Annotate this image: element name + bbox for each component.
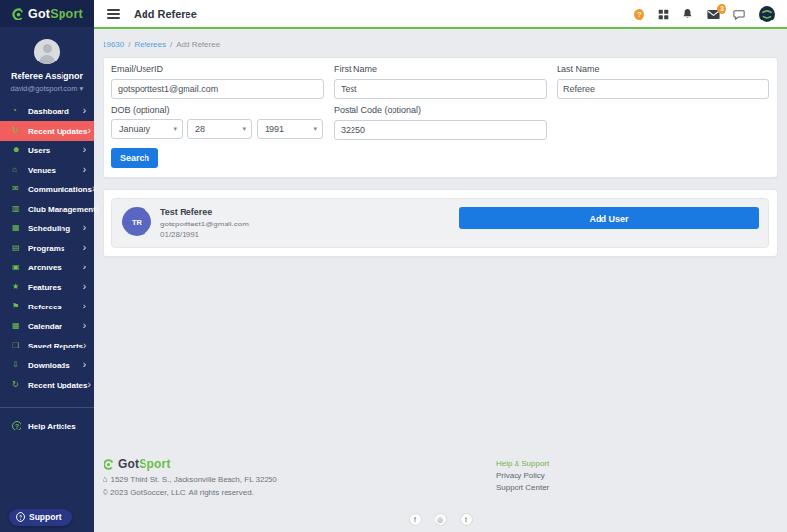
gotsport-logo-text: GotSport bbox=[28, 7, 83, 20]
footer: GotSport ⌂ 1529 Third St. S., Jacksonvil… bbox=[103, 449, 778, 532]
footer-address: ⌂ 1529 Third St. S., Jacksonville Beach,… bbox=[103, 474, 496, 484]
last-name-input[interactable] bbox=[557, 79, 769, 99]
apps-grid-icon[interactable] bbox=[658, 9, 669, 20]
sidebar-item-help-articles[interactable]: ? Help Articles bbox=[0, 416, 94, 435]
help-icon[interactable]: ? bbox=[634, 9, 644, 20]
dob-field-group: DOB (optional) January▾ 28▾ 1991▾ bbox=[111, 105, 324, 140]
email-field-group: Email/UserID bbox=[111, 64, 324, 99]
message-count-badge: 3 bbox=[717, 4, 726, 14]
recent-updates-icon: ↻ bbox=[12, 381, 23, 389]
page-title: Add Referee bbox=[134, 8, 197, 20]
breadcrumb-referees-link[interactable]: Referees bbox=[134, 40, 165, 49]
chevron-right-icon: › bbox=[96, 204, 99, 214]
chat-icon[interactable] bbox=[733, 9, 745, 20]
dob-year-select[interactable]: 1991▾ bbox=[257, 119, 323, 139]
sidebar-item-label: Features bbox=[28, 283, 61, 292]
sidebar-divider bbox=[0, 407, 94, 408]
account-avatar[interactable] bbox=[759, 6, 775, 22]
first-name-input[interactable] bbox=[334, 79, 547, 99]
chevron-right-icon: › bbox=[83, 341, 86, 350]
sidebar-item-saved-reports[interactable]: ❏Saved Reports› bbox=[0, 336, 94, 355]
user-email-dropdown[interactable]: david@gotsport.com ▾ bbox=[0, 84, 94, 93]
gotsport-logo-icon bbox=[11, 7, 25, 21]
user-name: Referee Assignor bbox=[0, 71, 94, 81]
support-question-icon: ? bbox=[16, 512, 25, 522]
breadcrumb-separator: / bbox=[170, 40, 172, 49]
footer-logo: GotSport bbox=[103, 457, 496, 471]
sidebar-item-label: Programs bbox=[28, 244, 64, 253]
help-articles-label: Help Articles bbox=[28, 422, 76, 430]
breadcrumb-current-page: Add Referee bbox=[176, 40, 220, 49]
dashboard-icon: ◔ bbox=[12, 107, 23, 115]
footer-link-support-center[interactable]: Support Center bbox=[496, 483, 778, 492]
sidebar-item-recent-updates[interactable]: ↻Recent Updates› bbox=[0, 121, 94, 141]
messages-envelope-icon[interactable]: 3 bbox=[707, 9, 720, 20]
footer-links: Help & SupportPrivacy PolicySupport Cent… bbox=[496, 449, 778, 497]
chevron-right-icon: › bbox=[83, 165, 86, 175]
help-circle-icon: ? bbox=[12, 421, 21, 430]
users-icon: ☻ bbox=[12, 146, 23, 154]
top-bar-icons: ? 3 bbox=[634, 6, 775, 22]
support-button[interactable]: ? Support bbox=[9, 509, 72, 526]
footer-link-help-support[interactable]: Help & Support bbox=[496, 459, 778, 468]
sidebar-item-dashboard[interactable]: ◔Dashboard› bbox=[0, 102, 94, 121]
breadcrumb-org-link[interactable]: 19630 bbox=[103, 40, 124, 49]
chevron-right-icon: › bbox=[83, 145, 86, 155]
sidebar-item-communications[interactable]: ✉Communications› bbox=[0, 180, 94, 199]
breadcrumb: 19630 / Referees / Add Referee bbox=[103, 40, 778, 49]
sidebar-item-label: Saved Reports bbox=[28, 342, 83, 350]
dob-day-select[interactable]: 28▾ bbox=[187, 119, 252, 139]
sidebar-item-scheduling[interactable]: ▦Scheduling› bbox=[0, 219, 94, 238]
instagram-icon[interactable]: ◎ bbox=[435, 513, 447, 526]
email-label: Email/UserID bbox=[111, 64, 324, 74]
dob-month-select[interactable]: January▾ bbox=[111, 119, 183, 139]
footer-copyright: © 2023 GotSoccer, LLC. All rights reserv… bbox=[103, 488, 496, 497]
postal-code-input[interactable] bbox=[334, 120, 547, 140]
sidebar-item-venues[interactable]: ⌂Venues› bbox=[0, 160, 94, 180]
first-name-field-group: First Name bbox=[334, 64, 547, 99]
sidebar-item-users[interactable]: ☻Users› bbox=[0, 141, 94, 160]
result-name: Test Referee bbox=[160, 207, 249, 217]
notifications-bell-icon[interactable] bbox=[683, 8, 693, 20]
search-result-card: TR Test Referee gotsporttest1@gmail.com … bbox=[103, 189, 778, 257]
result-email: gotsporttest1@gmail.com bbox=[160, 220, 249, 228]
archives-icon: ▣ bbox=[12, 264, 23, 271]
sidebar-item-label: Calendar bbox=[28, 322, 62, 331]
postal-code-field-group: Postal Code (optional) bbox=[334, 105, 547, 140]
sidebar-item-label: Recent Updates bbox=[28, 381, 87, 389]
sidebar-item-features[interactable]: ★Features› bbox=[0, 277, 94, 297]
first-name-label: First Name bbox=[334, 64, 547, 74]
postal-code-label: Postal Code (optional) bbox=[334, 105, 547, 115]
sidebar-item-label: Downloads bbox=[28, 361, 70, 370]
caret-down-icon: ▾ bbox=[308, 125, 317, 133]
caret-down-icon: ▾ bbox=[80, 84, 84, 93]
result-info: Test Referee gotsporttest1@gmail.com 01/… bbox=[160, 207, 249, 239]
sidebar-item-club-management[interactable]: ▥Club Management› bbox=[0, 199, 94, 219]
venues-icon: ⌂ bbox=[12, 166, 23, 174]
email-input[interactable] bbox=[111, 79, 324, 99]
hamburger-menu-icon[interactable] bbox=[107, 9, 120, 19]
downloads-icon: ⇩ bbox=[12, 361, 23, 369]
last-name-field-group: Last Name bbox=[557, 64, 769, 99]
gotsport-logo-icon bbox=[103, 458, 115, 471]
twitter-icon[interactable]: t bbox=[460, 513, 473, 526]
footer-link-privacy-policy[interactable]: Privacy Policy bbox=[496, 471, 778, 480]
sidebar-user-block: Referee Assignor david@gotsport.com ▾ bbox=[0, 27, 94, 93]
sidebar-item-label: Scheduling bbox=[28, 225, 70, 233]
sidebar-item-downloads[interactable]: ⇩Downloads› bbox=[0, 355, 94, 375]
sidebar-item-referees[interactable]: ⚑Referees› bbox=[0, 297, 94, 316]
club-management-icon: ▥ bbox=[12, 205, 23, 213]
facebook-icon[interactable]: f bbox=[409, 513, 422, 526]
search-button[interactable]: Search bbox=[111, 148, 158, 168]
chevron-right-icon: › bbox=[83, 243, 86, 253]
sidebar-item-label: Communications bbox=[28, 185, 92, 194]
sidebar-item-recent-updates[interactable]: ↻Recent Updates› bbox=[0, 375, 94, 394]
sidebar-item-programs[interactable]: ▤Programs› bbox=[0, 238, 94, 258]
sidebar-item-calendar[interactable]: ▦Calendar› bbox=[0, 316, 94, 336]
sidebar-item-label: Venues bbox=[28, 166, 56, 175]
sidebar-item-archives[interactable]: ▣Archives› bbox=[0, 258, 94, 277]
programs-icon: ▤ bbox=[12, 244, 23, 252]
footer-social: f◎t bbox=[103, 513, 778, 526]
add-user-button[interactable]: Add User bbox=[459, 207, 759, 229]
sidebar-item-label: Club Management bbox=[28, 205, 96, 214]
